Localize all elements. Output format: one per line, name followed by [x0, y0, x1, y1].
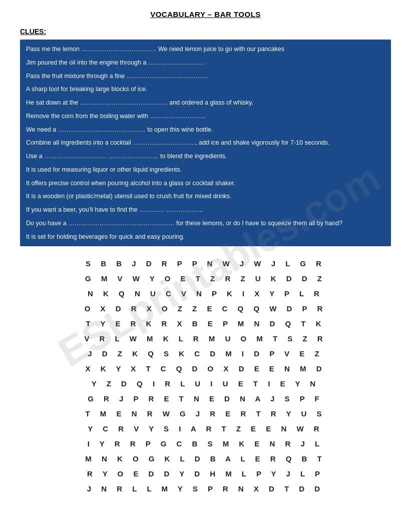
clue-row: Jim poured the oil into the engine throu…: [25, 56, 386, 70]
wordsearch-row: V R L W M K L R M U O M T S Z R: [84, 331, 326, 346]
wordsearch-row: J D Z K Q S K C D M I D P V E Z: [84, 346, 326, 361]
wordsearch-row: G R J P R E T N E D N A J S P F: [84, 391, 326, 406]
clue-row: It is used for measuring liquor or other…: [25, 163, 386, 177]
clue-row: It offers precise control when pouring a…: [25, 177, 386, 190]
wordsearch-grid: S B B J D R P P N W J W J L G RG M V W Y…: [84, 256, 326, 496]
wordsearch-section: S B B J D R P P N W J W J L G RG M V W Y…: [20, 256, 391, 496]
clues-label: CLUES:: [20, 28, 391, 36]
wordsearch-row: I Y R R P G C B S M K E N R J L: [84, 436, 326, 451]
wordsearch-row: T M E N R W G J R E R T R Y U S: [84, 406, 326, 421]
clue-row: A sharp tool for breaking large blocks o…: [25, 83, 386, 96]
wordsearch-row: N K Q N U C V N P K I X Y P L R: [84, 286, 326, 301]
clue-row: Combine all ingredients into a cocktail …: [25, 136, 386, 150]
clues-box: Pass me the lemon ……………………………… We need l…: [20, 40, 391, 246]
wordsearch-row: J N R L L M Y S P R N X D T D D: [84, 481, 326, 496]
wordsearch-row: T Y E R K R X B E P M N D Q T K: [84, 316, 326, 331]
clue-row: It is set for holding beverages for quic…: [25, 230, 386, 244]
wordsearch-row: X K Y X T C Q D O X D E E N M D: [84, 361, 326, 376]
clue-row: Pass the fruit mixture through a fine ………: [25, 70, 386, 83]
clue-row: If you want a beer, you'll have to find …: [25, 203, 386, 217]
clue-row: Do you have a …………………………………………… for thes…: [25, 217, 386, 230]
wordsearch-row: Y C R V Y S I A R T Z E E N W R: [84, 421, 326, 436]
clue-row: It is a wooden (or plastic/metal) utensi…: [25, 190, 386, 203]
wordsearch-row: R Y O E D D Y D H M L P Y J L P: [84, 466, 326, 481]
page-title: VOCABULARY – BAR TOOLS: [20, 10, 391, 19]
clue-row: He sat down at the …………………………………… and or…: [25, 96, 386, 110]
clue-row: We need a …………………………………… to open this wi…: [25, 123, 386, 137]
wordsearch-row: O X D R X O Z Z E C Q Q W D P R: [84, 301, 326, 316]
wordsearch-row: G M V W Y O E T Z R Z U K D D Z: [84, 271, 326, 286]
wordsearch-row: S B B J D R P P N W J W J L G R: [84, 256, 326, 271]
clue-row: Use a ………………………… …………………… to blend the i…: [25, 150, 386, 163]
wordsearch-row: Y Z D Q I R L U I U E T I E Y N: [84, 376, 326, 391]
wordsearch-row: M N K O G K L D B A L E R Q B T: [84, 451, 326, 466]
clue-row: Remove the corn from the boiling water w…: [25, 110, 386, 123]
clue-row: Pass me the lemon ……………………………… We need l…: [25, 43, 386, 56]
